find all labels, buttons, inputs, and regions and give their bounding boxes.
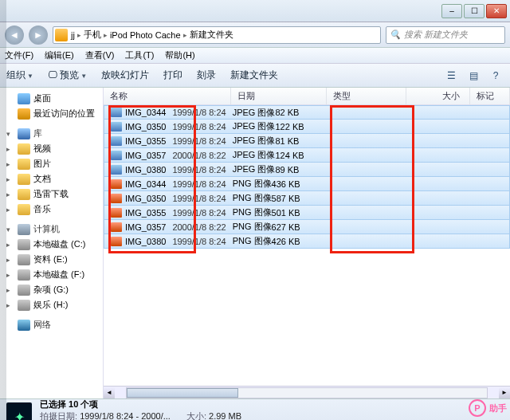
selection-summary: 已选择 10 个项 <box>40 398 280 410</box>
col-tags[interactable]: 标记 <box>470 88 510 104</box>
file-name: IMG_0350 <box>125 122 166 131</box>
file-icon <box>111 151 122 160</box>
help-icon[interactable]: ? <box>488 68 504 84</box>
table-row[interactable]: IMG_03441999/1/8 8:24PNG 图像436 KB <box>104 177 510 191</box>
tree-documents[interactable]: ▸文档 <box>2 171 101 186</box>
file-icon <box>111 165 122 175</box>
search-icon: 🔍 <box>390 29 401 40</box>
file-icon <box>111 208 122 218</box>
tree-pictures[interactable]: ▸图片 <box>2 156 101 171</box>
col-date[interactable]: 日期 <box>231 88 327 104</box>
preview-pane-icon[interactable]: ▤ <box>465 68 481 84</box>
tree-drive-g[interactable]: ▸杂项 (G:) <box>2 282 101 297</box>
maximize-button[interactable]: ☐ <box>464 4 484 18</box>
file-name: IMG_0380 <box>125 237 166 246</box>
tree-network[interactable]: 网络 <box>2 317 101 332</box>
tree-videos[interactable]: ▸视频 <box>2 141 101 156</box>
menu-help[interactable]: 帮助(H) <box>165 49 194 61</box>
file-date: 2000/1/8 8:22 <box>166 151 226 160</box>
file-type: JPEG 图像 <box>226 135 276 147</box>
col-type[interactable]: 类型 <box>327 88 406 104</box>
organize-button[interactable]: 组织▼ <box>6 69 33 82</box>
file-date: 1999/1/8 8:24 <box>166 208 226 218</box>
close-button[interactable]: ✕ <box>486 4 507 18</box>
file-size: 124 KB <box>275 151 313 160</box>
table-row[interactable]: IMG_03801999/1/8 8:24PNG 图像426 KB <box>104 234 510 249</box>
menu-edit[interactable]: 编辑(E) <box>45 49 74 61</box>
file-size: 436 KB <box>272 179 310 189</box>
minimize-button[interactable]: – <box>441 4 462 18</box>
table-row[interactable]: IMG_03441999/1/8 8:24JPEG 图像82 KB <box>104 105 510 120</box>
tree-recent[interactable]: 最近访问的位置 <box>2 106 101 121</box>
tree-drive-c[interactable]: ▸本地磁盘 (C:) <box>2 237 101 252</box>
file-type: JPEG 图像 <box>226 163 276 175</box>
file-type: PNG 图像 <box>226 221 272 233</box>
scroll-left-icon[interactable]: ◄ <box>104 387 115 398</box>
table-row[interactable]: IMG_03572000/1/8 8:22JPEG 图像124 KB <box>104 148 510 163</box>
file-icon <box>111 136 122 146</box>
file-icon <box>111 222 122 232</box>
file-date: 1999/1/8 8:24 <box>166 237 226 246</box>
table-row[interactable]: IMG_03572000/1/8 8:22PNG 图像627 KB <box>104 220 510 234</box>
table-row[interactable]: IMG_03551999/1/8 8:24JPEG 图像81 KB <box>104 134 510 148</box>
details-pane: ✦ 已选择 10 个项 拍摄日期: 1999/1/8 8:24 - 2000/.… <box>0 398 510 420</box>
col-name[interactable]: 名称 <box>104 88 231 104</box>
scroll-right-icon[interactable]: ► <box>499 387 510 398</box>
tree-music[interactable]: ▸音乐 <box>2 202 101 217</box>
menu-view[interactable]: 查看(V) <box>85 49 115 61</box>
table-row[interactable]: IMG_03501999/1/8 8:24PNG 图像587 KB <box>104 191 510 206</box>
file-date: 2000/1/8 8:22 <box>166 222 226 232</box>
selection-thumbnail: ✦ <box>6 402 32 421</box>
tree-thunder[interactable]: ▸迅雷下载 <box>2 186 101 202</box>
breadcrumb[interactable]: jj <box>71 30 75 40</box>
tree-desktop[interactable]: 桌面 <box>2 91 101 106</box>
breadcrumb[interactable]: 手机 <box>84 29 101 41</box>
forward-button[interactable]: ► <box>29 26 48 45</box>
address-bar[interactable]: jj▸ 手机▸ iPod Photo Cache▸ 新建文件夹 <box>53 26 381 44</box>
tree-drive-e[interactable]: ▸资料 (E:) <box>2 252 101 267</box>
file-size: 81 KB <box>275 136 308 146</box>
tree-drive-h[interactable]: ▸娱乐 (H:) <box>2 297 101 312</box>
search-input[interactable]: 🔍 搜索 新建文件夹 <box>386 26 505 44</box>
file-date: 1999/1/8 8:24 <box>166 194 226 203</box>
preview-button[interactable]: 🖵 预览▼ <box>48 69 87 82</box>
file-list: 名称 日期 类型 大小 标记 IMG_03441999/1/8 8:24JPEG… <box>104 88 510 398</box>
menu-file[interactable]: 文件(F) <box>5 49 33 61</box>
burn-button[interactable]: 刻录 <box>197 69 216 82</box>
nav-bar: ◄ ► jj▸ 手机▸ iPod Photo Cache▸ 新建文件夹 🔍 搜索… <box>0 22 510 48</box>
tree-computer[interactable]: ▾计算机 <box>2 222 101 237</box>
scroll-thumb[interactable] <box>127 388 238 398</box>
file-type: JPEG 图像 <box>226 120 276 132</box>
file-name: IMG_0355 <box>125 136 166 146</box>
file-icon <box>111 122 122 131</box>
tree-drive-f[interactable]: ▸本地磁盘 (F:) <box>2 267 101 282</box>
print-button[interactable]: 打印 <box>163 69 182 82</box>
table-row[interactable]: IMG_03551999/1/8 8:24PNG 图像501 KB <box>104 206 510 220</box>
file-name: IMG_0357 <box>125 222 166 232</box>
file-icon <box>111 108 122 117</box>
tree-libraries[interactable]: ▾库 <box>2 126 101 141</box>
menu-tools[interactable]: 工具(T) <box>125 49 154 61</box>
slideshow-button[interactable]: 放映幻灯片 <box>101 69 149 82</box>
file-name: IMG_0350 <box>125 194 166 203</box>
table-row[interactable]: IMG_03501999/1/8 8:24JPEG 图像122 KB <box>104 120 510 134</box>
breadcrumb[interactable]: iPod Photo Cache <box>110 30 181 40</box>
view-options-icon[interactable]: ☰ <box>443 68 459 84</box>
file-icon <box>111 194 122 203</box>
file-name: IMG_0355 <box>125 208 166 218</box>
file-type: JPEG 图像 <box>226 149 276 161</box>
breadcrumb[interactable]: 新建文件夹 <box>190 29 233 41</box>
table-row[interactable]: IMG_03801999/1/8 8:24JPEG 图像89 KB <box>104 163 510 177</box>
folder-icon <box>55 29 68 41</box>
newfolder-button[interactable]: 新建文件夹 <box>230 69 278 82</box>
file-date: 1999/1/8 8:24 <box>166 165 226 175</box>
file-type: JPEG 图像 <box>226 107 276 119</box>
file-date: 1999/1/8 8:24 <box>166 122 226 131</box>
back-button[interactable]: ◄ <box>5 26 24 45</box>
horizontal-scrollbar[interactable]: ◄ ► <box>104 386 510 398</box>
file-name: IMG_0357 <box>125 151 166 160</box>
nav-tree: 桌面 最近访问的位置 ▾库 ▸视频 ▸图片 ▸文档 ▸迅雷下载 ▸音乐 ▾计算机… <box>0 88 104 398</box>
col-size[interactable]: 大小 <box>406 88 470 104</box>
file-name: IMG_0380 <box>125 165 166 175</box>
file-size: 501 KB <box>272 208 310 218</box>
